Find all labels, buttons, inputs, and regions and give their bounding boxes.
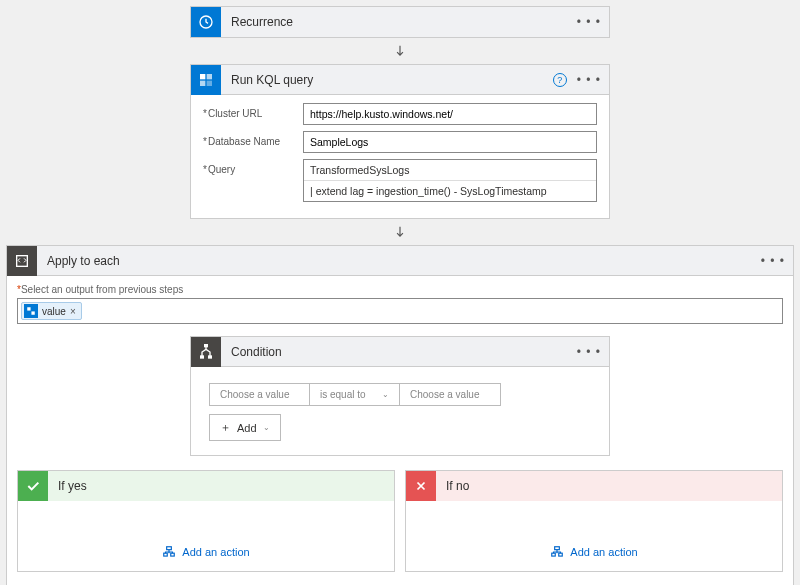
if-no-title: If no: [436, 479, 782, 493]
database-name-label: Database Name: [203, 131, 303, 147]
svg-rect-2: [207, 74, 212, 79]
recurrence-title: Recurrence: [221, 15, 577, 29]
check-icon: [18, 471, 48, 501]
token-icon: [24, 304, 38, 318]
condition-left-value[interactable]: Choose a value: [210, 384, 310, 405]
svg-rect-4: [207, 80, 212, 85]
kusto-icon: [191, 65, 221, 95]
more-icon[interactable]: • • •: [577, 73, 601, 87]
condition-right-value[interactable]: Choose a value: [400, 384, 500, 405]
condition-card[interactable]: Condition • • • Choose a value is equal …: [190, 336, 610, 456]
arrow-down-icon: [0, 38, 800, 64]
svg-rect-12: [164, 553, 168, 556]
help-icon[interactable]: ?: [553, 73, 567, 87]
svg-rect-13: [171, 553, 175, 556]
svg-rect-3: [200, 80, 205, 85]
plus-icon: ＋: [220, 420, 231, 435]
condition-operator[interactable]: is equal to⌄: [310, 384, 400, 405]
more-icon[interactable]: • • •: [761, 254, 785, 268]
add-condition-button[interactable]: ＋ Add ⌄: [209, 414, 281, 441]
select-output-label: *Select an output from previous steps: [17, 284, 783, 295]
chevron-down-icon: ⌄: [382, 390, 389, 399]
loop-icon: [7, 246, 37, 276]
condition-row: Choose a value is equal to⌄ Choose a val…: [209, 383, 501, 406]
apply-title: Apply to each: [37, 254, 761, 268]
kql-card[interactable]: Run KQL query ? • • • Cluster URL Databa…: [190, 64, 610, 219]
more-icon[interactable]: • • •: [577, 345, 601, 359]
svg-rect-7: [31, 311, 34, 314]
value-token[interactable]: value ×: [21, 302, 82, 320]
cluster-url-input[interactable]: [303, 103, 597, 125]
condition-title: Condition: [221, 345, 577, 359]
if-yes-title: If yes: [48, 479, 394, 493]
chevron-down-icon: ⌄: [263, 423, 270, 432]
condition-icon: [191, 337, 221, 367]
add-action-button[interactable]: Add an action: [550, 545, 637, 559]
remove-token-icon[interactable]: ×: [70, 306, 76, 317]
more-icon[interactable]: • • •: [577, 15, 601, 29]
clock-icon: [191, 7, 221, 37]
query-line: | extend lag = ingestion_time() - SysLog…: [304, 180, 596, 201]
svg-rect-10: [205, 344, 208, 346]
kql-body: Cluster URL Database Name Query Transfor…: [191, 95, 609, 218]
add-action-button[interactable]: Add an action: [162, 545, 249, 559]
recurrence-card[interactable]: Recurrence • • •: [190, 6, 610, 38]
branches: If yes Add an action If no: [17, 470, 783, 572]
query-line: TransformedSysLogs: [304, 160, 596, 180]
query-input[interactable]: TransformedSysLogs | extend lag = ingest…: [303, 159, 597, 202]
query-label: Query: [203, 159, 303, 175]
action-icon: [162, 545, 176, 559]
svg-rect-14: [555, 547, 560, 550]
close-icon: [406, 471, 436, 501]
cluster-url-label: Cluster URL: [203, 103, 303, 119]
action-icon: [550, 545, 564, 559]
svg-rect-8: [201, 356, 204, 358]
svg-rect-11: [167, 547, 172, 550]
if-yes-branch: If yes Add an action: [17, 470, 395, 572]
arrow-down-icon: [0, 219, 800, 245]
select-output-input[interactable]: value ×: [17, 298, 783, 324]
kql-title: Run KQL query: [221, 73, 553, 87]
svg-rect-16: [559, 553, 563, 556]
database-name-input[interactable]: [303, 131, 597, 153]
apply-to-each-card: Apply to each • • • *Select an output fr…: [6, 245, 794, 585]
token-label: value: [42, 306, 66, 317]
svg-rect-15: [552, 553, 556, 556]
svg-rect-1: [200, 74, 205, 79]
if-no-branch: If no Add an action: [405, 470, 783, 572]
svg-rect-6: [27, 307, 30, 310]
svg-rect-9: [209, 356, 212, 358]
